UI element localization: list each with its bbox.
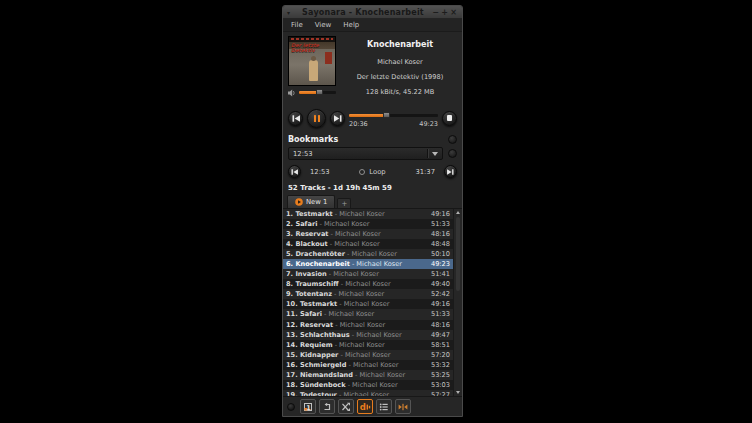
track-main: 5. Drachentöter - Michael Koser (286, 250, 431, 258)
append-button[interactable] (376, 399, 392, 414)
track-main: 9. Totentanz - Michael Koser (286, 290, 431, 298)
track-artist: - Michael Koser (345, 250, 397, 258)
select-divider (427, 149, 428, 158)
track-row[interactable]: 12. Reservat - Michael Koser 48:16 (283, 320, 462, 330)
track-row[interactable]: 15. Kidnapper - Michael Koser 57:20 (283, 350, 462, 360)
bookmarks-heading: Bookmarks (288, 135, 338, 144)
track-number-title: 17. Niemandsland (286, 371, 353, 379)
seek-handle[interactable] (383, 112, 390, 118)
track-number-title: 7. Invasion (286, 270, 327, 278)
tab-add-button[interactable]: + (337, 198, 351, 208)
loop-radio[interactable] (359, 169, 365, 175)
volume-handle[interactable] (316, 89, 323, 95)
repeat-all-icon (322, 402, 332, 412)
track-row[interactable]: 10. Testmarkt - Michael Koser 49:16 (283, 299, 462, 309)
track-main: 18. Sündenbock - Michael Koser (286, 381, 431, 389)
play-icon (295, 198, 303, 206)
track-time: 48:16 (431, 321, 450, 329)
track-main: 10. Testmarkt - Michael Koser (286, 300, 431, 308)
stop-button[interactable] (442, 111, 457, 126)
now-playing-artist: Michael Koser (343, 58, 457, 66)
track-row[interactable]: 13. Schlachthaus - Michael Koser 49:47 (283, 330, 462, 340)
track-time: 51:33 (431, 310, 450, 318)
track-row[interactable]: 9. Totentanz - Michael Koser 52:42 (283, 289, 462, 299)
repeat-all-button[interactable] (319, 399, 335, 414)
track-main: 7. Invasion - Michael Koser (286, 270, 431, 278)
track-row[interactable]: 6. Knochenarbeit - Michael Koser 49:23 (283, 259, 462, 269)
track-number-title: 12. Reservat (286, 321, 333, 329)
dynamic-playback-button[interactable]: d (357, 399, 373, 414)
track-number-title: 11. Safari (286, 310, 322, 318)
track-row[interactable]: 18. Sündenbock - Michael Koser 53:03 (283, 380, 462, 390)
scroll-up-icon[interactable] (456, 211, 460, 214)
close-button[interactable]: × (449, 6, 458, 19)
track-artist: - Michael Koser (327, 270, 379, 278)
previous-button[interactable] (288, 111, 303, 126)
track-row[interactable]: 5. Drachentöter - Michael Koser 50:10 (283, 249, 462, 259)
next-button[interactable] (330, 111, 345, 126)
track-main: 12. Reservat - Michael Koser (286, 321, 431, 329)
menu-help[interactable]: Help (337, 21, 365, 29)
track-row[interactable]: 2. Safari - Michael Koser 51:33 (283, 219, 462, 229)
repeat-one-icon: 1 (303, 402, 313, 412)
track-main: 16. Schmiergeld - Michael Koser (286, 361, 431, 369)
track-row[interactable]: 11. Safari - Michael Koser 51:33 (283, 309, 462, 319)
track-time: 48:48 (431, 240, 450, 248)
shuffle-button[interactable] (338, 399, 354, 414)
volume-slider[interactable] (299, 91, 336, 94)
total-time: 49:23 (419, 120, 438, 128)
track-main: 14. Requiem - Michael Koser (286, 341, 431, 349)
menu-file[interactable]: File (285, 21, 309, 29)
album-cover[interactable]: Der letzte Detektiv (288, 36, 336, 86)
volume-control (288, 89, 336, 96)
gapless-button[interactable] (395, 399, 411, 414)
track-number-title: 4. Blackout (286, 240, 328, 248)
playlist-scrollbar[interactable] (453, 209, 462, 396)
svg-text:d: d (360, 402, 366, 412)
track-artist: - Michael Koser (333, 210, 385, 218)
track-main: 4. Blackout - Michael Koser (286, 240, 431, 248)
track-main: 13. Schlachthaus - Michael Koser (286, 331, 431, 339)
repeat-one-button[interactable]: 1 (300, 399, 316, 414)
track-main: 11. Safari - Michael Koser (286, 310, 431, 318)
titlebar[interactable]: ▾ Sayonara - Knochenarbeit − + × (283, 6, 462, 19)
stop-icon (447, 115, 453, 121)
track-artist: - Michael Koser (346, 381, 398, 389)
bookmark-prev-button[interactable] (288, 165, 301, 178)
bookmark-remove-button[interactable] (448, 149, 457, 158)
bookmark-add-button[interactable] (448, 135, 457, 144)
bookmark-select[interactable]: 12:53 (288, 147, 443, 160)
current-time: 20:36 (349, 120, 368, 128)
seek-slider[interactable] (349, 114, 438, 117)
track-number-title: 18. Sündenbock (286, 381, 346, 389)
now-playing-album: Der letzte Detektiv (1998) (343, 73, 457, 81)
track-row[interactable]: 7. Invasion - Michael Koser 51:41 (283, 269, 462, 279)
track-time: 51:33 (431, 220, 450, 228)
minimize-button[interactable]: − (431, 6, 440, 19)
menu-view[interactable]: View (309, 21, 338, 29)
window-menu-icon[interactable]: ▾ (287, 9, 295, 16)
track-artist: - Michael Koser (346, 361, 398, 369)
track-number-title: 8. Traumschiff (286, 280, 339, 288)
playlist-mode-led (287, 403, 295, 411)
track-row[interactable]: 8. Traumschiff - Michael Koser 49:40 (283, 279, 462, 289)
track-time: 58:51 (431, 341, 450, 349)
maximize-button[interactable]: + (440, 6, 449, 19)
track-row[interactable]: 17. Niemandsland - Michael Koser 53:25 (283, 370, 462, 380)
bookmark-next-button[interactable] (444, 165, 457, 178)
track-row[interactable]: 3. Reservat - Michael Koser 48:16 (283, 229, 462, 239)
tab-new-1[interactable]: New 1 (287, 195, 335, 208)
track-main: 15. Kidnapper - Michael Koser (286, 351, 431, 359)
track-row[interactable]: 1. Testmarkt - Michael Koser 49:16 (283, 209, 462, 219)
scroll-thumb[interactable] (456, 217, 460, 291)
track-main: 8. Traumschiff - Michael Koser (286, 280, 431, 288)
track-row[interactable]: 16. Schmiergeld - Michael Koser 53:32 (283, 360, 462, 370)
track-row[interactable]: 19. Todestour - Michael Koser 57:27 (283, 390, 462, 396)
track-row[interactable]: 14. Requiem - Michael Koser 58:51 (283, 340, 462, 350)
track-number-title: 6. Knochenarbeit (286, 260, 350, 268)
track-row[interactable]: 4. Blackout - Michael Koser 48:48 (283, 239, 462, 249)
track-time: 53:25 (431, 371, 450, 379)
scroll-down-icon[interactable] (456, 391, 460, 394)
previous-icon (292, 115, 300, 122)
pause-button[interactable] (307, 109, 326, 128)
